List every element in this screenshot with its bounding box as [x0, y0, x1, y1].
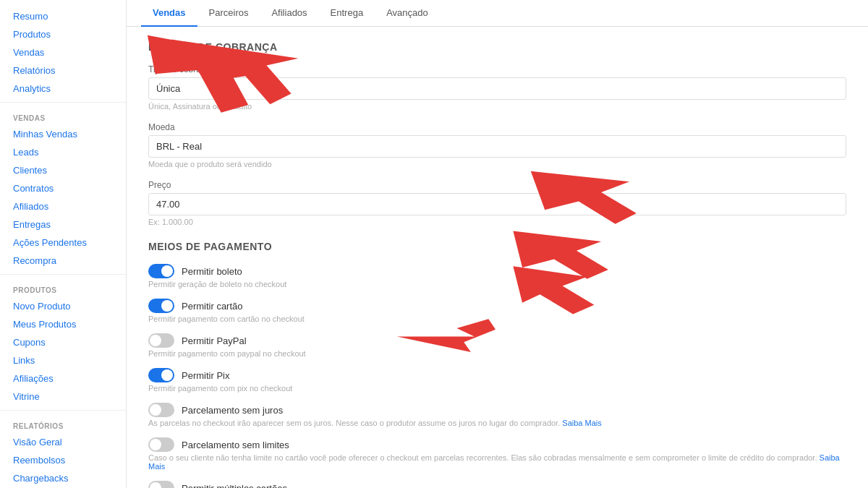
toggle-hint-parcelamento-sem-limites: Caso o seu cliente não tenha limite no c… — [148, 453, 846, 471]
preco-hint: Ex: 1.000.00 — [148, 218, 846, 226]
toggle-label-pix: Permitir Pix — [182, 370, 229, 381]
preco-input[interactable] — [148, 193, 846, 215]
toggle-row-multiplos-cartoes: Permitir múltiplos cartõesPermitir pagam… — [148, 481, 846, 488]
meios-pagamento-title: MEIOS DE PAGAMENTO — [148, 241, 846, 252]
sidebar-item-minhas-vendas[interactable]: Minhas Vendas — [0, 125, 126, 143]
toggle-parcelamento-sem-limites[interactable] — [148, 437, 174, 452]
toggle-row-pix: Permitir PixPermitir pagamento com pix n… — [148, 368, 846, 393]
toggle-hint-paypal: Permitir pagamento com paypal no checkou… — [148, 349, 846, 358]
toggle-multiplos-cartoes[interactable] — [148, 481, 174, 488]
sidebar-item-reembolsos[interactable]: Reembolsos — [0, 451, 126, 469]
moeda-label: Moeda — [148, 122, 846, 132]
toggle-label-cartao: Permitir cartão — [182, 301, 243, 312]
sidebar-item-novo-produto[interactable]: Novo Produto — [0, 297, 126, 315]
sidebar-item-vendas[interactable]: Vendas — [0, 43, 126, 61]
toggle-hint-parcelamento-sem-juros: As parcelas no checkout irão aparecer se… — [148, 419, 846, 427]
tipo-cobranca-input[interactable] — [148, 77, 846, 100]
toggle-hint-link-parcelamento-sem-juros[interactable]: Saiba Mais — [562, 419, 601, 427]
toggle-hint-pix: Permitir pagamento com pix no checkout — [148, 384, 846, 393]
vendas-section-label: VENDAS — [0, 107, 126, 125]
toggle-boleto[interactable] — [148, 264, 174, 278]
toggle-paypal[interactable] — [148, 333, 174, 348]
toggle-label-parcelamento-sem-limites: Parcelamento sem limites — [182, 440, 289, 450]
sidebar-item-meus-produtos[interactable]: Meus Produtos — [0, 315, 126, 333]
moeda-input[interactable] — [148, 135, 846, 158]
tab-parceiros[interactable]: Parceiros — [197, 0, 260, 27]
toggle-row-cartao: Permitir cartãoPermitir pagamento com ca… — [148, 299, 846, 323]
sidebar-item-leads[interactable]: Leads — [0, 143, 126, 161]
sidebar: Resumo Produtos Vendas Relatórios Analyt… — [0, 0, 127, 488]
toggle-pix[interactable] — [148, 368, 174, 382]
produtos-section-label: PRODUTOS — [0, 279, 126, 297]
toggle-hint-boleto: Permitir geração de boleto no checkout — [148, 280, 846, 288]
toggle-label-parcelamento-sem-juros: Parcelamento sem juros — [182, 405, 283, 416]
toggle-label-paypal: Permitir PayPal — [182, 335, 247, 346]
relatorios-section-label: RELATÓRIOS — [0, 415, 126, 433]
toggle-hint-cartao: Permitir pagamento com cartão no checkou… — [148, 314, 846, 323]
toggle-row-parcelamento-sem-limites: Parcelamento sem limitesCaso o seu clien… — [148, 437, 846, 471]
sidebar-item-cupons[interactable]: Cupons — [0, 333, 126, 351]
sidebar-item-visao-geral[interactable]: Visão Geral — [0, 433, 126, 451]
toggle-parcelamento-sem-juros[interactable] — [148, 403, 174, 417]
preco-label: Preço — [148, 180, 846, 190]
tipo-cobranca-hint: Única, Assinatura ou Gratuito — [148, 102, 846, 111]
tipo-cobranca-label: Tipo de cobrança — [148, 64, 846, 74]
toggle-row-paypal: Permitir PayPalPermitir pagamento com pa… — [148, 333, 846, 358]
sidebar-item-afiliados[interactable]: Afiliados — [0, 197, 126, 215]
sidebar-item-recompra[interactable]: Recompra — [0, 252, 126, 270]
preco-field: Preço Ex: 1.000.00 — [148, 180, 846, 226]
toggle-label-boleto: Permitir boleto — [182, 266, 242, 277]
sidebar-item-resumo[interactable]: Resumo — [0, 7, 126, 25]
tab-avancado[interactable]: Avançado — [375, 0, 440, 27]
toggles-container: Permitir boletoPermitir geração de bolet… — [148, 264, 846, 488]
main-content: Vendas Parceiros Afiliados Entrega Avanç… — [127, 0, 868, 488]
tab-afiliados[interactable]: Afiliados — [260, 0, 318, 27]
content-area: FORMAS DE COBRANÇA Tipo de cobrança Únic… — [127, 27, 868, 488]
sidebar-item-chargebacks[interactable]: Chargebacks — [0, 469, 126, 487]
sidebar-item-links[interactable]: Links — [0, 351, 126, 369]
sidebar-item-afiliacoes[interactable]: Afiliações — [0, 369, 126, 388]
sidebar-item-clientes[interactable]: Clientes — [0, 161, 126, 179]
toggle-cartao[interactable] — [148, 299, 174, 313]
formas-cobranca-title: FORMAS DE COBRANÇA — [148, 41, 846, 53]
moeda-hint: Moeda que o produto será vendido — [148, 160, 846, 168]
toggle-row-parcelamento-sem-juros: Parcelamento sem jurosAs parcelas no che… — [148, 403, 846, 427]
tab-vendas[interactable]: Vendas — [141, 0, 197, 27]
sidebar-item-analytics[interactable]: Analytics — [0, 80, 126, 98]
toggle-row-boleto: Permitir boletoPermitir geração de bolet… — [148, 264, 846, 288]
tipo-cobranca-field: Tipo de cobrança Única, Assinatura ou Gr… — [148, 64, 846, 111]
sidebar-item-acoes-pendentes[interactable]: Ações Pendentes — [0, 234, 126, 252]
toggle-hint-link-parcelamento-sem-limites[interactable]: Saiba Mais — [148, 453, 840, 471]
sidebar-item-contratos[interactable]: Contratos — [0, 179, 126, 197]
toggle-label-multiplos-cartoes: Permitir múltiplos cartões — [182, 483, 287, 489]
sidebar-item-relatorios[interactable]: Relatórios — [0, 61, 126, 80]
tab-entrega[interactable]: Entrega — [319, 0, 375, 27]
sidebar-item-entregas[interactable]: Entregas — [0, 215, 126, 234]
tab-bar: Vendas Parceiros Afiliados Entrega Avanç… — [127, 0, 868, 27]
moeda-field: Moeda Moeda que o produto será vendido — [148, 122, 846, 168]
sidebar-item-vitrine[interactable]: Vitrine — [0, 388, 126, 406]
sidebar-item-produtos[interactable]: Produtos — [0, 25, 126, 43]
